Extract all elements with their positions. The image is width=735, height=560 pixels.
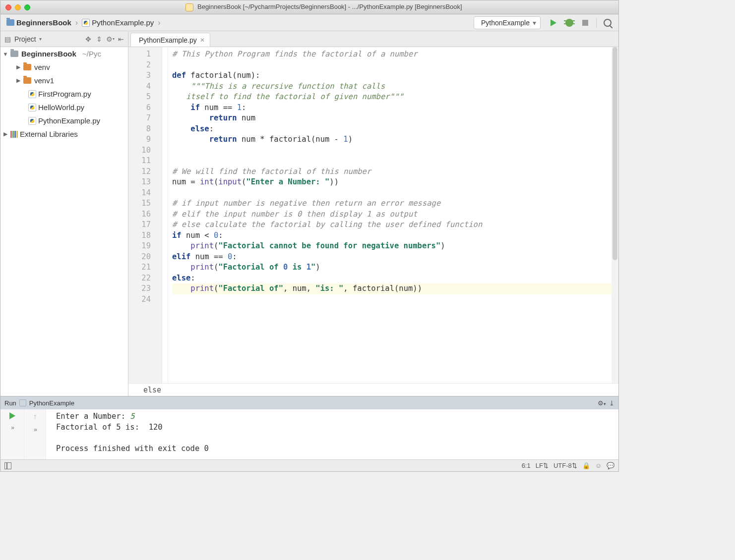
play-icon bbox=[551, 19, 556, 26]
separator bbox=[596, 18, 597, 28]
feedback-icon[interactable]: 💬 bbox=[607, 462, 614, 469]
tree-file-firstprogram[interactable]: FirstProgram.py bbox=[0, 87, 128, 101]
lock-icon[interactable]: 🔒 bbox=[582, 462, 590, 469]
tool-row: ▤ Project▾ ✥ ⇕ ⚙▾ ⇤ PythonExample.py ✕ bbox=[0, 31, 618, 47]
breadcrumb-file[interactable]: PythonExample.py bbox=[79, 16, 157, 29]
project-tree: ▼ BeginnersBook ~/Pyc ▶ venv ▶ venv1 Fir… bbox=[0, 47, 128, 396]
tab-python-example[interactable]: PythonExample.py ✕ bbox=[130, 33, 210, 47]
expand-arrow-right-icon[interactable]: ▶ bbox=[15, 77, 21, 84]
fold-column bbox=[162, 47, 168, 383]
tree-root[interactable]: ▼ BeginnersBook ~/Pyc bbox=[0, 47, 128, 60]
stop-icon bbox=[582, 20, 588, 26]
tree-folder-venv1[interactable]: ▶ venv1 bbox=[0, 74, 128, 87]
editor: 123456789101112131415161718192021222324 … bbox=[128, 47, 618, 396]
settings-gear-icon[interactable]: ⚙▾ bbox=[106, 35, 114, 43]
locate-icon[interactable]: ✥ bbox=[84, 35, 92, 43]
line-separator[interactable]: LF⇅ bbox=[536, 462, 549, 469]
debug-button[interactable] bbox=[563, 16, 576, 29]
line-gutter: 123456789101112131415161718192021222324 bbox=[128, 47, 162, 383]
window-title: BeginnersBook [~/PycharmProjects/Beginne… bbox=[34, 3, 613, 11]
folder-icon bbox=[23, 64, 31, 70]
project-view-icon: ▤ bbox=[3, 35, 11, 43]
breadcrumb-root[interactable]: BeginnersBook bbox=[3, 16, 74, 29]
main-split: ▼ BeginnersBook ~/Pyc ▶ venv ▶ venv1 Fir… bbox=[0, 47, 618, 396]
chevron-down-icon: ▾ bbox=[533, 19, 536, 27]
expand-arrow-right-icon[interactable]: ▶ bbox=[15, 64, 21, 70]
run-tool-window: Run PythonExample ⚙▾ ⤓ » ↑ » Enter a Num… bbox=[0, 396, 618, 459]
run-config-name: PythonExample bbox=[29, 399, 74, 407]
editor-tabs: PythonExample.py ✕ bbox=[128, 31, 618, 47]
libraries-icon bbox=[10, 131, 18, 138]
folder-icon bbox=[23, 77, 31, 84]
python-file-icon bbox=[82, 19, 90, 27]
navigation-bar: BeginnersBook › PythonExample.py › Pytho… bbox=[0, 14, 618, 31]
search-everywhere-button[interactable] bbox=[601, 16, 614, 29]
expand-arrow-down-icon[interactable]: ▼ bbox=[2, 51, 8, 57]
more-actions-button[interactable]: » bbox=[34, 426, 36, 433]
stop-button[interactable] bbox=[579, 16, 592, 29]
tree-file-helloworld[interactable]: HelloWorld.py bbox=[0, 101, 128, 114]
tree-file-pythonexample[interactable]: PythonExample.py bbox=[0, 114, 128, 127]
run-gutter-nav: ↑ » bbox=[24, 409, 46, 459]
close-tab-icon[interactable]: ✕ bbox=[200, 37, 205, 44]
maximize-window[interactable] bbox=[24, 4, 30, 10]
download-icon[interactable]: ⤓ bbox=[609, 399, 614, 407]
settings-gear-icon[interactable]: ⚙▾ bbox=[598, 399, 606, 407]
rerun-button[interactable] bbox=[9, 412, 15, 419]
chevron-right-icon: › bbox=[74, 18, 79, 27]
run-gutter-left: » bbox=[0, 409, 24, 459]
context-breadcrumb: else bbox=[128, 383, 618, 396]
scrollbar-thumb[interactable] bbox=[612, 47, 617, 260]
status-bar: 6:1 LF⇅ UTF-8⇅ 🔒 ☺ 💬 bbox=[0, 459, 618, 471]
editor-scrollbar[interactable] bbox=[612, 47, 618, 383]
app-icon bbox=[185, 3, 193, 11]
minimize-window[interactable] bbox=[15, 4, 21, 10]
run-header: Run PythonExample ⚙▾ ⤓ bbox=[0, 396, 618, 409]
up-arrow-icon[interactable]: ↑ bbox=[33, 412, 37, 421]
project-tool-header: ▤ Project▾ ✥ ⇕ ⚙▾ ⇤ bbox=[0, 31, 128, 47]
hide-icon[interactable]: ⇤ bbox=[117, 35, 125, 43]
window-controls bbox=[5, 4, 30, 10]
cursor-position[interactable]: 6:1 bbox=[522, 462, 531, 469]
python-file-icon bbox=[19, 399, 26, 406]
folder-icon bbox=[6, 19, 14, 26]
file-encoding[interactable]: UTF-8⇅ bbox=[553, 462, 577, 469]
run-body: » ↑ » Enter a Number: 5 Factorial of 5 i… bbox=[0, 409, 618, 459]
inspection-hat-icon[interactable]: ☺ bbox=[595, 462, 602, 469]
run-label: Run bbox=[4, 399, 16, 407]
python-file-icon bbox=[28, 90, 36, 98]
console-output[interactable]: Enter a Number: 5 Factorial of 5 is: 120… bbox=[46, 409, 618, 459]
titlebar: BeginnersBook [~/PycharmProjects/Beginne… bbox=[0, 0, 618, 14]
ide-window: BeginnersBook [~/PycharmProjects/Beginne… bbox=[0, 0, 619, 472]
collapse-icon[interactable]: ⇕ bbox=[95, 35, 103, 43]
more-actions-button[interactable]: » bbox=[11, 424, 13, 431]
python-file-icon bbox=[28, 104, 36, 112]
editor-body[interactable]: 123456789101112131415161718192021222324 … bbox=[128, 47, 618, 383]
layout-icon[interactable] bbox=[4, 462, 11, 469]
code-area[interactable]: # This Python Program finds the factoria… bbox=[168, 47, 618, 383]
tree-folder-venv[interactable]: ▶ venv bbox=[0, 60, 128, 74]
run-button[interactable] bbox=[547, 16, 560, 29]
tree-external-libraries[interactable]: ▶ External Libraries bbox=[0, 127, 128, 141]
run-config-selector[interactable]: PythonExample ▾ bbox=[474, 16, 541, 29]
close-window[interactable] bbox=[5, 4, 11, 10]
chevron-right-icon: › bbox=[157, 18, 161, 27]
project-label[interactable]: Project▾ bbox=[14, 35, 42, 43]
expand-arrow-right-icon[interactable]: ▶ bbox=[2, 131, 8, 137]
search-icon bbox=[604, 19, 612, 27]
bug-icon bbox=[565, 19, 573, 27]
python-file-icon bbox=[28, 117, 36, 125]
project-folder-icon bbox=[10, 51, 18, 57]
